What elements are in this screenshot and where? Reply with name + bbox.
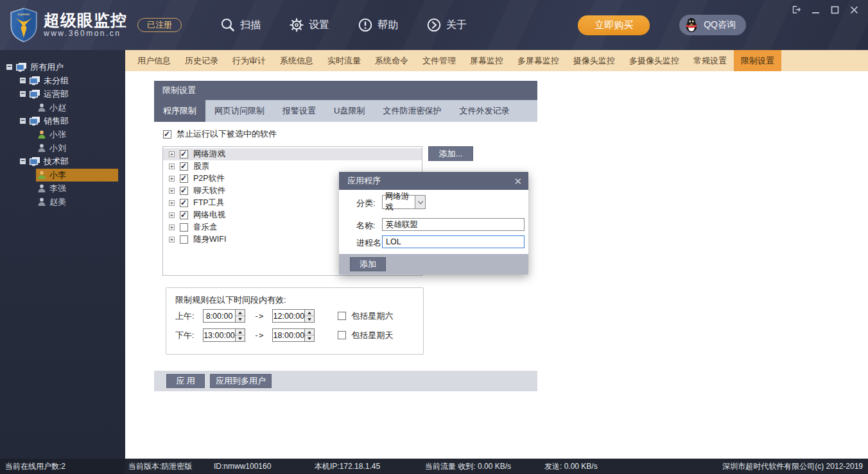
- tree-group-tech[interactable]: − 技术部: [0, 155, 125, 168]
- tab-realtime-traffic[interactable]: 实时流量: [320, 50, 368, 71]
- subtab-leak-protection[interactable]: 文件防泄密保护: [374, 100, 450, 122]
- process-name-field[interactable]: LOL: [382, 235, 525, 248]
- tab-system-command[interactable]: 系统命令: [368, 50, 415, 71]
- computer-group-icon: [16, 63, 27, 72]
- collapse-icon[interactable]: −: [20, 118, 26, 124]
- collapse-icon[interactable]: −: [20, 158, 26, 164]
- item-checkbox[interactable]: [180, 199, 188, 207]
- expand-icon[interactable]: +: [169, 237, 175, 242]
- tab-file-manage[interactable]: 文件管理: [415, 50, 463, 71]
- tree-user-liqiang[interactable]: 李强: [0, 182, 125, 195]
- include-sunday-checkbox[interactable]: [338, 331, 346, 339]
- nav-help[interactable]: 帮助: [358, 17, 398, 33]
- item-checkbox[interactable]: [180, 150, 188, 158]
- close-icon[interactable]: [849, 5, 859, 14]
- tree-group-ungrouped[interactable]: − 未分组: [0, 74, 125, 87]
- tab-history[interactable]: 历史记录: [178, 50, 225, 71]
- logout-icon[interactable]: [791, 5, 801, 14]
- tab-user-info[interactable]: 用户信息: [130, 50, 178, 71]
- minimize-icon[interactable]: [810, 5, 820, 14]
- range-arrow: ->: [254, 331, 263, 340]
- include-saturday-checkbox[interactable]: [338, 312, 346, 320]
- item-label: FTP工具: [193, 198, 225, 208]
- tab-behavior-audit[interactable]: 行为审计: [225, 50, 273, 71]
- collapse-icon[interactable]: −: [20, 78, 26, 83]
- local-ip-status: 本机IP:172.18.1.45: [315, 459, 380, 474]
- qq-penguin-icon: [683, 17, 700, 33]
- maximize-icon[interactable]: [829, 5, 840, 14]
- spin-down-icon[interactable]: [236, 335, 245, 341]
- tree-group-sales[interactable]: − 销售部: [0, 114, 125, 128]
- time-from-spinner[interactable]: 13:00:00: [203, 328, 245, 342]
- tree-user-xiaoli-selected[interactable]: 小李: [0, 168, 125, 182]
- spin-up-icon[interactable]: [305, 310, 314, 316]
- item-checkbox[interactable]: [180, 223, 188, 232]
- tab-multi-screen-monitor[interactable]: 多屏幕监控: [510, 50, 566, 71]
- item-checkbox[interactable]: [180, 211, 188, 219]
- apply-button[interactable]: 应 用: [166, 374, 205, 388]
- subtab-web-access-limit[interactable]: 网页访问限制: [205, 100, 273, 122]
- time-from-spinner[interactable]: 8:00:00: [203, 309, 245, 323]
- user-online-icon: [37, 130, 46, 139]
- collapse-icon[interactable]: −: [20, 91, 26, 97]
- spin-down-icon[interactable]: [305, 335, 314, 341]
- forbid-software-checkbox[interactable]: [163, 130, 171, 139]
- tab-screen-monitor[interactable]: 屏幕监控: [463, 50, 510, 71]
- list-item-stocks[interactable]: + 股票: [163, 160, 422, 173]
- spin-down-icon[interactable]: [305, 316, 314, 322]
- item-checkbox[interactable]: [180, 162, 188, 171]
- tree-label: 小李: [49, 169, 66, 181]
- category-select[interactable]: 网络游戏: [382, 195, 426, 209]
- time-rules-title: 限制规则在以下时间段内有效:: [175, 294, 286, 306]
- user-offline-icon: [37, 103, 46, 112]
- tab-system-info[interactable]: 系统信息: [273, 50, 320, 71]
- subtab-outgoing-file-log[interactable]: 文件外发记录: [450, 100, 518, 122]
- tab-restriction-settings[interactable]: 限制设置: [734, 50, 781, 71]
- tree-group-all-users[interactable]: − 所有用户: [0, 60, 125, 74]
- expand-icon[interactable]: +: [169, 188, 175, 194]
- tree-user-zhaomei[interactable]: 赵美: [0, 195, 125, 208]
- name-label: 名称:: [356, 220, 376, 232]
- time-rule-morning: 上午: 8:00:00 -> 12:00:00 包括星期六: [175, 309, 393, 323]
- item-checkbox[interactable]: [180, 187, 188, 195]
- tree-user-xiaoliu[interactable]: 小刘: [0, 141, 125, 155]
- expand-icon[interactable]: +: [169, 224, 175, 230]
- dialog-add-button[interactable]: 添加: [350, 257, 386, 271]
- expand-icon[interactable]: +: [169, 151, 175, 157]
- qq-consult-button[interactable]: QQ咨询: [679, 15, 746, 35]
- spin-up-icon[interactable]: [236, 310, 245, 316]
- collapse-icon[interactable]: −: [6, 64, 12, 70]
- tab-multi-camera-monitor[interactable]: 多摄像头监控: [622, 50, 686, 71]
- dialog-close-icon[interactable]: ✕: [514, 176, 522, 186]
- expand-icon[interactable]: +: [169, 212, 175, 218]
- tree-group-operations[interactable]: − 运营部: [0, 87, 125, 101]
- user-offline-icon: [37, 184, 46, 192]
- spin-up-icon[interactable]: [236, 329, 245, 335]
- subtab-program-limit[interactable]: 程序限制: [154, 100, 205, 122]
- subtab-usb-limit[interactable]: U盘限制: [325, 100, 374, 122]
- buy-now-button[interactable]: 立即购买: [578, 15, 650, 35]
- item-checkbox[interactable]: [180, 174, 188, 183]
- tab-camera-monitor[interactable]: 摄像头监控: [566, 50, 622, 71]
- nav-about[interactable]: 关于: [426, 17, 467, 33]
- tab-general-settings[interactable]: 常规设置: [686, 50, 734, 71]
- name-field[interactable]: 英雄联盟: [382, 218, 525, 231]
- spin-down-icon[interactable]: [236, 316, 245, 322]
- subtab-alert-settings[interactable]: 报警设置: [273, 100, 325, 122]
- item-checkbox[interactable]: [180, 235, 188, 244]
- expand-icon[interactable]: +: [169, 176, 175, 182]
- time-rule-afternoon: 下午: 13:00:00 -> 18:00:00 包括星期天: [175, 328, 393, 342]
- time-to-spinner[interactable]: 12:00:00: [272, 309, 315, 323]
- time-to-spinner[interactable]: 18:00:00: [272, 328, 315, 342]
- spin-up-icon[interactable]: [305, 329, 314, 335]
- add-software-button[interactable]: 添加...: [428, 146, 473, 161]
- list-item-online-games[interactable]: + 网络游戏: [163, 148, 422, 160]
- scan-icon: [220, 17, 236, 33]
- expand-icon[interactable]: +: [169, 164, 175, 169]
- tree-user-xiaozhao[interactable]: 小赵: [0, 101, 125, 114]
- tree-user-xiaozhang[interactable]: 小张: [0, 128, 125, 141]
- apply-to-multiple-users-button[interactable]: 应用到多用户: [210, 374, 272, 388]
- expand-icon[interactable]: +: [169, 200, 175, 206]
- nav-settings[interactable]: 设置: [289, 17, 329, 33]
- nav-scan[interactable]: 扫描: [220, 17, 261, 33]
